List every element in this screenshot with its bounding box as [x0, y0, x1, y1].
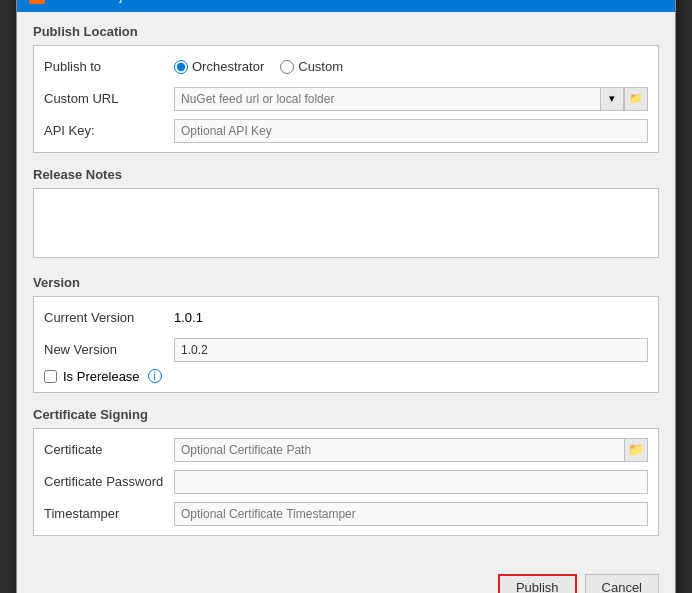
custom-url-folder-button[interactable]: 📁 — [624, 87, 648, 111]
certificate-password-input[interactable] — [174, 470, 648, 494]
is-prerelease-label: Is Prerelease — [63, 369, 140, 384]
timestamper-input[interactable] — [174, 502, 648, 526]
title-bar: Ui Publish Project ✕ — [17, 0, 675, 12]
custom-url-field-group: ▾ 📁 — [174, 87, 648, 111]
radio-custom[interactable]: Custom — [280, 59, 343, 74]
api-key-input[interactable] — [174, 119, 648, 143]
is-prerelease-info-icon[interactable]: i — [148, 369, 162, 383]
publish-location-title: Publish Location — [33, 24, 659, 39]
custom-url-browse-button[interactable]: ▾ — [600, 87, 624, 111]
new-version-row: New Version — [44, 337, 648, 363]
publish-location-content: Publish to Orchestrator Custom — [33, 45, 659, 153]
api-key-row: API Key: — [44, 118, 648, 144]
release-notes-section: Release Notes — [33, 167, 659, 261]
certificate-input[interactable] — [174, 438, 624, 462]
version-content: Current Version 1.0.1 New Version Is Pre… — [33, 296, 659, 393]
timestamper-label: Timestamper — [44, 506, 174, 521]
custom-url-input[interactable] — [174, 87, 600, 111]
radio-orchestrator[interactable]: Orchestrator — [174, 59, 264, 74]
current-version-row: Current Version 1.0.1 — [44, 305, 648, 331]
is-prerelease-checkbox[interactable] — [44, 370, 57, 383]
certificate-field-group: 📁 — [174, 438, 648, 462]
radio-orchestrator-label: Orchestrator — [192, 59, 264, 74]
new-version-input[interactable] — [174, 338, 648, 362]
is-prerelease-row: Is Prerelease i — [44, 369, 648, 384]
certificate-signing-section: Certificate Signing Certificate 📁 Certif… — [33, 407, 659, 536]
cancel-button[interactable]: Cancel — [585, 574, 659, 594]
new-version-label: New Version — [44, 342, 174, 357]
title-bar-left: Ui Publish Project — [29, 0, 140, 4]
certificate-password-label: Certificate Password — [44, 474, 174, 489]
current-version-label: Current Version — [44, 310, 174, 325]
certificate-password-row: Certificate Password — [44, 469, 648, 495]
custom-url-row: Custom URL ▾ 📁 — [44, 86, 648, 112]
version-title: Version — [33, 275, 659, 290]
radio-custom-label: Custom — [298, 59, 343, 74]
current-version-value: 1.0.1 — [174, 310, 203, 325]
publish-button[interactable]: Publish — [498, 574, 577, 594]
certificate-signing-content: Certificate 📁 Certificate Password Times… — [33, 428, 659, 536]
publish-project-dialog: Ui Publish Project ✕ Publish Location Pu… — [16, 0, 676, 593]
custom-url-label: Custom URL — [44, 91, 174, 106]
certificate-signing-title: Certificate Signing — [33, 407, 659, 422]
publish-location-section: Publish Location Publish to Orchestrator… — [33, 24, 659, 153]
release-notes-textarea[interactable] — [33, 188, 659, 258]
certificate-browse-button[interactable]: 📁 — [624, 438, 648, 462]
dialog-title: Publish Project — [53, 0, 140, 3]
dialog-footer: Publish Cancel — [17, 566, 675, 594]
version-section: Version Current Version 1.0.1 New Versio… — [33, 275, 659, 393]
timestamper-row: Timestamper — [44, 501, 648, 527]
certificate-label: Certificate — [44, 442, 174, 457]
publish-to-label: Publish to — [44, 59, 174, 74]
api-key-label: API Key: — [44, 123, 174, 138]
publish-to-radio-group: Orchestrator Custom — [174, 59, 343, 74]
radio-custom-input[interactable] — [280, 60, 294, 74]
publish-to-row: Publish to Orchestrator Custom — [44, 54, 648, 80]
certificate-row: Certificate 📁 — [44, 437, 648, 463]
radio-orchestrator-input[interactable] — [174, 60, 188, 74]
dialog-body: Publish Location Publish to Orchestrator… — [17, 12, 675, 566]
app-icon: Ui — [29, 0, 45, 4]
close-button[interactable]: ✕ — [642, 0, 663, 4]
release-notes-title: Release Notes — [33, 167, 659, 182]
